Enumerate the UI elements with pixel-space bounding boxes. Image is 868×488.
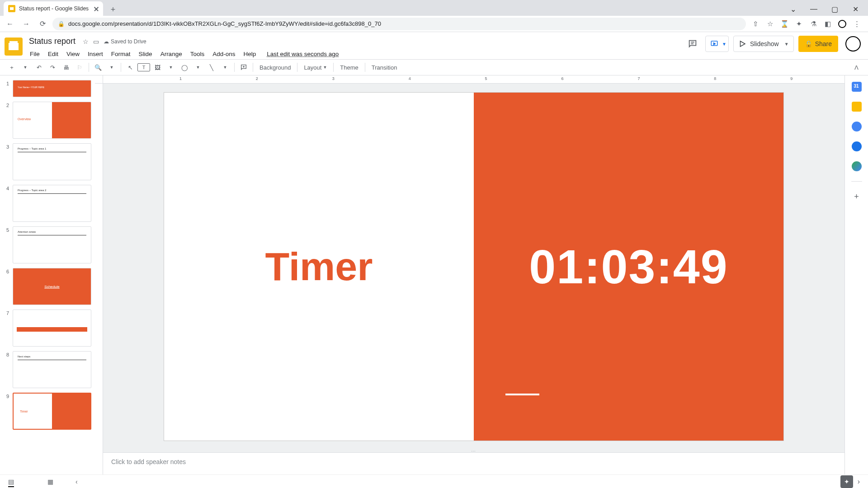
menu-tools[interactable]: Tools [187, 49, 208, 59]
slide-thumb-1[interactable]: Your Name • YOUR HERE [13, 80, 91, 97]
new-slide-button[interactable]: + [5, 61, 18, 74]
menu-format[interactable]: Format [108, 49, 134, 59]
explore-button[interactable]: ✦ [840, 475, 853, 488]
browser-tabs: Status report - Google Slides + ⌄ — ▢ ✕ [0, 0, 868, 16]
present-dropdown[interactable]: ▼ [705, 36, 729, 52]
reload-icon[interactable]: ⟳ [36, 18, 49, 30]
filmstrip[interactable]: 1 Your Name • YOUR HERE 2 Overview 3 Pro… [0, 75, 95, 474]
last-edit-link[interactable]: Last edit was seconds ago [263, 49, 342, 59]
print-icon[interactable]: 🖶 [60, 61, 72, 74]
zoom-icon[interactable]: 🔍 [92, 61, 104, 74]
hourglass-extension-icon[interactable]: ⌛ [778, 18, 790, 30]
star-icon[interactable]: ☆ [764, 18, 776, 30]
flask-extension-icon[interactable]: ⚗ [807, 18, 819, 30]
chevron-down-icon[interactable]: ⌄ [784, 2, 802, 16]
profile-extension-icon[interactable] [836, 18, 848, 30]
menu-insert[interactable]: Insert [84, 49, 107, 59]
calendar-icon[interactable]: 31 [852, 82, 862, 92]
select-tool-icon[interactable]: ↖ [124, 61, 137, 74]
back-icon[interactable]: ← [4, 18, 16, 30]
image-icon[interactable]: 🖼 [151, 61, 164, 74]
zoom-dropdown[interactable]: ▼ [105, 61, 118, 74]
slides-logo-icon[interactable] [5, 38, 23, 56]
speaker-notes[interactable]: Click to add speaker notes [103, 452, 844, 474]
menu-edit[interactable]: Edit [44, 49, 62, 59]
maximize-icon[interactable]: ▢ [826, 2, 844, 16]
slide[interactable]: Timer 01:03:49 [164, 93, 783, 441]
menu-help[interactable]: Help [240, 49, 259, 59]
menu-view[interactable]: View [63, 49, 83, 59]
redo-icon[interactable]: ↷ [46, 61, 59, 74]
tasks-icon[interactable] [852, 122, 862, 131]
keep-icon[interactable] [852, 102, 862, 112]
slide-thumb-9[interactable]: Timer 01:03:49 [13, 393, 91, 430]
browser-menu-icon[interactable]: ⋮ [851, 18, 863, 30]
slide-left-panel[interactable]: Timer [164, 93, 474, 441]
maps-icon[interactable] [852, 161, 862, 171]
slideshow-button[interactable]: Slideshow ▼ [733, 36, 794, 52]
side-panel-divider [851, 181, 862, 182]
minimize-icon[interactable]: — [805, 2, 823, 16]
image-dropdown[interactable]: ▼ [165, 61, 177, 74]
status-footer: ▤ ▦ ‹ ✦ › [0, 474, 868, 488]
side-panel-collapse-icon[interactable]: › [858, 478, 860, 486]
theme-button[interactable]: Theme [336, 61, 362, 74]
thumb-number: 2 [4, 102, 9, 108]
slide-right-panel[interactable]: 01:03:49 [474, 93, 783, 441]
sidebar-toggle-icon[interactable]: ◧ [822, 18, 834, 30]
undo-icon[interactable]: ↶ [33, 61, 45, 74]
horizontal-ruler[interactable]: 1 2 3 4 5 6 7 8 9 [103, 75, 844, 84]
shape-icon[interactable]: ◯ [178, 61, 191, 74]
transition-button[interactable]: Transition [368, 61, 401, 74]
url-text: docs.google.com/presentation/d/1D3IKt-vi… [68, 20, 381, 27]
star-outline-icon[interactable]: ☆ [83, 38, 89, 45]
menu-addons[interactable]: Add-ons [209, 49, 239, 59]
textbox-icon[interactable]: T [137, 63, 150, 71]
accent-line [505, 394, 539, 395]
slide-thumb-2[interactable]: Overview [13, 102, 91, 139]
puzzle-extension-icon[interactable]: ✦ [793, 18, 805, 30]
slide-thumb-4[interactable]: Progress – Topic area 2 [13, 185, 91, 222]
filmstrip-view-icon[interactable]: ▤ [8, 478, 14, 487]
comment-icon[interactable] [237, 61, 250, 74]
comments-icon[interactable] [684, 36, 701, 52]
slide-thumb-7[interactable] [13, 310, 91, 347]
paint-format-icon[interactable]: ⚐ [73, 61, 86, 74]
menu-arrange[interactable]: Arrange [157, 49, 186, 59]
background-button[interactable]: Background [256, 61, 294, 74]
saved-status[interactable]: ☁ Saved to Drive [104, 38, 146, 45]
add-addon-icon[interactable]: + [852, 192, 862, 202]
contacts-icon[interactable] [852, 141, 862, 151]
move-folder-icon[interactable]: ▭ [93, 38, 99, 45]
grid-view-icon[interactable]: ▦ [47, 478, 53, 485]
vertical-ruler[interactable] [95, 84, 103, 474]
close-icon[interactable]: ✕ [846, 2, 864, 16]
slide-thumb-3[interactable]: Progress – Topic area 1 [13, 143, 91, 180]
slide-thumb-8[interactable]: Next steps [13, 351, 91, 388]
new-tab-button[interactable]: + [107, 3, 119, 16]
browser-tab[interactable]: Status report - Google Slides [4, 1, 103, 16]
url-bar[interactable]: 🔒 docs.google.com/presentation/d/1D3IKt-… [52, 18, 746, 30]
collapse-toolbar-icon[interactable]: ᐱ [850, 61, 863, 74]
shape-dropdown[interactable]: ▼ [192, 61, 204, 74]
forward-icon[interactable]: → [20, 18, 33, 30]
document-title[interactable]: Status report [26, 36, 78, 47]
menu-file[interactable]: File [26, 49, 43, 59]
slide-thumb-6[interactable]: Schedule [13, 268, 91, 305]
new-slide-dropdown[interactable]: ▼ [19, 61, 32, 74]
line-icon[interactable]: ╲ [205, 61, 218, 74]
lock-icon: 🔒 [58, 21, 65, 27]
account-avatar[interactable] [845, 36, 861, 52]
timer-value[interactable]: 01:03:49 [529, 239, 728, 294]
line-dropdown[interactable]: ▼ [219, 61, 231, 74]
layout-button[interactable]: Layout▼ [300, 61, 330, 74]
menu-slide[interactable]: Slide [135, 49, 156, 59]
slide-canvas[interactable]: Timer 01:03:49 [103, 84, 844, 450]
slide-title[interactable]: Timer [265, 244, 373, 290]
share-icon[interactable]: ⇧ [750, 18, 761, 30]
close-tab-icon[interactable] [94, 6, 99, 11]
share-button[interactable]: 🔒 Share [798, 36, 838, 52]
slide-thumb-5[interactable]: Attention areas [13, 226, 91, 263]
collapse-filmstrip-icon[interactable]: ‹ [75, 478, 78, 485]
thumb-number: 1 [4, 80, 9, 86]
